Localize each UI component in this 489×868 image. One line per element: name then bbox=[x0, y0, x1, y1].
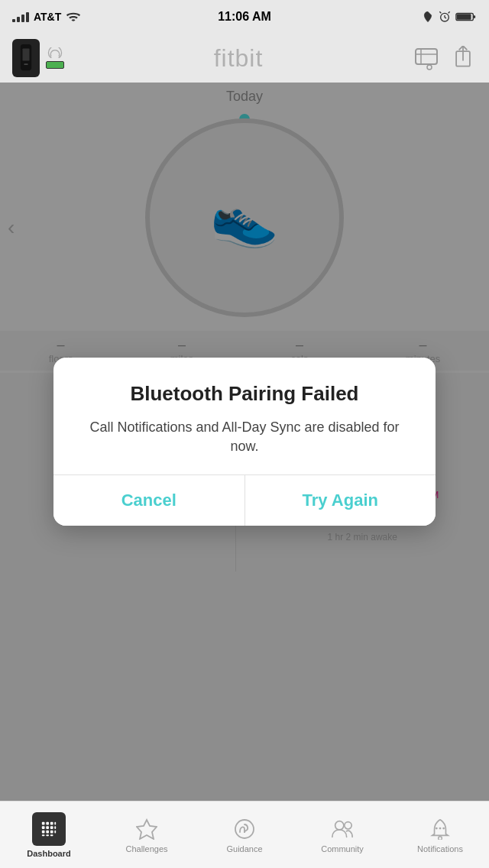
svg-rect-36 bbox=[46, 834, 49, 836]
header-icons bbox=[413, 44, 477, 72]
svg-line-2 bbox=[445, 18, 446, 18]
svg-rect-37 bbox=[50, 834, 53, 836]
tab-community[interactable]: Community bbox=[293, 802, 391, 868]
svg-point-45 bbox=[439, 827, 442, 829]
dashboard-icon bbox=[32, 812, 66, 846]
svg-point-46 bbox=[442, 827, 445, 829]
svg-rect-27 bbox=[42, 826, 45, 829]
wifi-icon bbox=[66, 11, 81, 23]
svg-rect-5 bbox=[457, 14, 471, 19]
challenges-icon bbox=[134, 817, 159, 841]
device-info bbox=[12, 39, 64, 77]
battery-icon bbox=[455, 11, 477, 22]
tab-dashboard[interactable]: Dashboard bbox=[0, 802, 98, 868]
svg-point-13 bbox=[427, 65, 432, 70]
tab-bar: Dashboard Challenges Guidance bbox=[0, 801, 489, 868]
tab-notifications[interactable]: Notifications bbox=[391, 802, 489, 868]
location-icon bbox=[422, 11, 434, 23]
app-logo: fitbit bbox=[214, 44, 264, 73]
svg-rect-34 bbox=[54, 830, 56, 833]
modal-title: Bluetooth Pairing Failed bbox=[84, 382, 405, 406]
svg-point-42 bbox=[439, 836, 442, 839]
svg-rect-33 bbox=[50, 830, 53, 833]
notifications-tab-label: Notifications bbox=[417, 844, 463, 853]
svg-rect-4 bbox=[473, 15, 475, 18]
challenges-tab-label: Challenges bbox=[125, 844, 167, 853]
svg-rect-31 bbox=[42, 830, 45, 833]
tab-guidance[interactable]: Guidance bbox=[196, 802, 293, 868]
svg-point-44 bbox=[436, 827, 438, 829]
device-tracker-icon bbox=[12, 39, 40, 77]
svg-rect-24 bbox=[46, 821, 49, 824]
tab-challenges[interactable]: Challenges bbox=[98, 802, 196, 868]
svg-marker-38 bbox=[137, 820, 157, 839]
notifications-icon bbox=[428, 817, 452, 841]
community-tab-label: Community bbox=[321, 844, 364, 853]
share-icon[interactable] bbox=[449, 44, 477, 72]
svg-point-40 bbox=[335, 821, 344, 829]
svg-rect-8 bbox=[24, 63, 28, 65]
modal-actions: Cancel Try Again bbox=[53, 475, 436, 526]
cancel-button[interactable]: Cancel bbox=[53, 475, 244, 526]
modal-message: Call Notifications and All-Day Sync are … bbox=[84, 418, 405, 456]
carrier-label: AT&T bbox=[34, 11, 61, 23]
try-again-button[interactable]: Try Again bbox=[245, 475, 436, 526]
app-header: fitbit bbox=[0, 34, 489, 83]
svg-rect-10 bbox=[416, 49, 437, 64]
signal-icon bbox=[12, 12, 29, 22]
modal-body: Bluetooth Pairing Failed Call Notificati… bbox=[53, 358, 436, 474]
svg-rect-30 bbox=[54, 826, 56, 829]
svg-rect-29 bbox=[50, 826, 53, 829]
svg-rect-23 bbox=[42, 821, 45, 824]
status-left: AT&T bbox=[12, 11, 81, 23]
svg-rect-7 bbox=[23, 48, 30, 60]
svg-rect-35 bbox=[42, 834, 45, 836]
alarm-icon bbox=[439, 11, 451, 23]
status-right bbox=[422, 11, 477, 23]
svg-rect-25 bbox=[50, 821, 53, 824]
svg-rect-28 bbox=[46, 826, 49, 829]
svg-point-41 bbox=[345, 821, 351, 828]
guidance-icon bbox=[232, 817, 257, 841]
community-icon bbox=[330, 817, 355, 841]
status-time: 11:06 AM bbox=[218, 10, 271, 24]
dashboard-tab-label: Dashboard bbox=[27, 849, 70, 858]
device-battery bbox=[46, 47, 64, 69]
bluetooth-pairing-modal: Bluetooth Pairing Failed Call Notificati… bbox=[53, 358, 436, 526]
profile-icon[interactable] bbox=[413, 44, 440, 72]
main-content: Today 👟 ‹ – floors – miles – cals – bbox=[0, 83, 489, 801]
status-bar: AT&T 11:06 AM bbox=[0, 0, 489, 34]
guidance-tab-label: Guidance bbox=[226, 844, 262, 853]
svg-rect-26 bbox=[54, 821, 56, 824]
modal-overlay: Bluetooth Pairing Failed Call Notificati… bbox=[0, 83, 489, 801]
svg-rect-32 bbox=[46, 830, 49, 833]
